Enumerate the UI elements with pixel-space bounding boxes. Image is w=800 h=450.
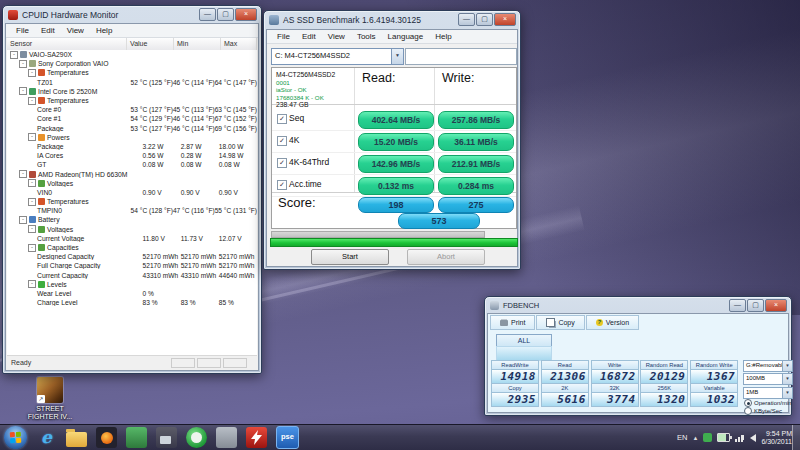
sensor-row[interactable]: -Sony Corporation VAIO [7,59,257,68]
hwmon-menu-help[interactable]: Help [90,26,118,35]
sensor-row[interactable]: Core #053 °C (127 °F)45 °C (113 °F)63 °C… [7,105,257,114]
clock[interactable]: 9:54 PM 6/30/2011 [761,430,792,446]
radio-selected-icon[interactable] [744,399,752,407]
start-button[interactable]: Start [311,249,389,265]
battery-icon[interactable] [717,433,730,442]
language-indicator[interactable]: EN [677,433,687,442]
sensor-row[interactable]: -Levels [7,280,257,289]
sensor-row[interactable]: -Battery [7,215,257,224]
sensor-row[interactable]: -Intel Core i5 2520M [7,87,257,96]
tree-collapse-icon[interactable]: - [28,280,36,288]
tree-collapse-icon[interactable]: - [28,133,36,141]
start-button[interactable] [4,426,27,449]
sensor-row[interactable]: TZ0152 °C (125 °F)46 °C (114 °F)64 °C (1… [7,78,257,87]
chevron-down-icon[interactable]: ▼ [391,49,403,64]
hwmon-menu-file[interactable]: File [10,26,35,35]
storage-app-icon[interactable] [216,427,237,448]
tree-collapse-icon[interactable]: - [28,198,36,206]
sensor-row[interactable]: -Capacities [7,243,257,252]
fdbench-minimize-button[interactable]: — [729,299,746,312]
radio-operation-min[interactable]: Operation/min [744,399,792,407]
column-max[interactable]: Max [221,38,257,50]
asssd-menu-edit[interactable]: Edit [296,32,322,41]
column-value[interactable]: Value [127,38,174,50]
show-hidden-icons-button[interactable]: ▲ [692,435,698,441]
test-checkbox[interactable]: ✓ [277,114,287,124]
tree-collapse-icon[interactable]: - [28,244,36,252]
tree-collapse-icon[interactable]: - [19,87,27,95]
media-player-icon[interactable] [96,427,117,448]
sensor-row[interactable]: -AMD Radeon(TM) HD 6630M [7,169,257,178]
sensor-tree[interactable]: -VAIO-SA290X-Sony Corporation VAIO-Tempe… [7,50,257,355]
drive-dropdown[interactable]: G:#Removable▼ [743,360,793,372]
asssd-menu-language[interactable]: Language [382,32,430,41]
hwmon-menu-edit[interactable]: Edit [35,26,61,35]
sensor-row[interactable]: -Voltages [7,225,257,234]
media-center-icon[interactable] [126,427,147,448]
column-min[interactable]: Min [174,38,221,50]
tree-collapse-icon[interactable]: - [10,51,18,59]
tree-collapse-icon[interactable]: - [28,179,36,187]
print-button[interactable]: Print [490,315,535,330]
radio-kbyte-sec[interactable]: KByte/Sec [744,407,782,415]
test-checkbox[interactable]: ✓ [277,180,287,190]
sensor-row[interactable]: TMPIN054 °C (128 °F)47 °C (116 °F)55 °C … [7,206,257,215]
asssd-menu-view[interactable]: View [322,32,351,41]
copy-button[interactable]: Copy [536,315,584,330]
display-device-icon[interactable] [156,427,177,448]
explorer-folder-icon[interactable] [66,432,87,447]
version-button[interactable]: ?Version [586,315,639,330]
sensor-row[interactable]: -Powers [7,133,257,142]
hwmon-close-button[interactable]: × [235,8,257,21]
sensor-row[interactable]: -Temperatures [7,96,257,105]
tree-collapse-icon[interactable]: - [19,170,27,178]
tree-collapse-icon[interactable]: - [19,216,27,224]
hwmon-minimize-button[interactable]: — [199,8,216,21]
abort-button[interactable]: Abort [407,249,485,265]
asssd-maximize-button[interactable]: ▢ [476,13,493,26]
photoshop-elements-icon[interactable]: pse [276,426,299,449]
asssd-menu-help[interactable]: Help [429,32,457,41]
speaker-icon[interactable] [750,434,756,442]
tree-collapse-icon[interactable]: - [19,60,27,68]
tray-utility-icon[interactable] [703,433,712,442]
drive-select-combobox[interactable]: C: M4-CT256M4SSD2 ▼ [271,48,404,65]
sensor-row[interactable]: -Voltages [7,179,257,188]
chevron-down-icon[interactable]: ▼ [782,374,792,384]
sensor-row[interactable]: -VAIO-SA290X [7,50,257,59]
secondary-combobox[interactable] [405,48,517,65]
asssd-menu-file[interactable]: File [271,32,296,41]
chevron-down-icon[interactable]: ▼ [782,388,792,398]
radio-unselected-icon[interactable] [744,407,752,415]
sensor-row[interactable]: VIN00.90 V0.90 V0.90 V [7,188,257,197]
sensor-row[interactable]: GT0.08 W0.08 W0.08 W [7,160,257,169]
asssd-menu-tools[interactable]: Tools [351,32,382,41]
sensor-row[interactable]: Core #154 °C (129 °F)46 °C (114 °F)67 °C… [7,114,257,123]
sensor-row[interactable]: -Temperatures [7,68,257,77]
internet-explorer-icon[interactable]: e [36,427,57,448]
sensor-row[interactable]: IA Cores0.56 W0.28 W14.98 W [7,151,257,160]
hwmon-menu-view[interactable]: View [61,26,90,35]
tree-collapse-icon[interactable]: - [28,225,36,233]
blocksize-dropdown[interactable]: 1MB▼ [743,387,793,399]
column-sensor[interactable]: Sensor [7,38,127,50]
sensor-row[interactable]: Current Capacity43310 mWh43310 mWh44640 … [7,271,257,280]
test-checkbox[interactable]: ✓ [277,158,287,168]
sensor-row[interactable]: Designed Capacity52170 mWh52170 mWh52170… [7,252,257,261]
sensor-row[interactable]: Package53 °C (127 °F)46 °C (114 °F)69 °C… [7,124,257,133]
sensor-row[interactable]: Wear Level0 % [7,289,257,298]
hwmonitor-taskbar-icon[interactable] [246,427,267,448]
fdbench-close-button[interactable]: × [765,299,787,312]
tree-collapse-icon[interactable]: - [28,97,36,105]
filesize-dropdown[interactable]: 100MB▼ [743,373,793,385]
timer-app-icon[interactable] [186,427,207,448]
sensor-row[interactable]: Charge Level83 %83 %85 % [7,298,257,307]
hwmon-maximize-button[interactable]: ▢ [217,8,234,21]
sensor-row[interactable]: Full Charge Capacity52170 mWh52170 mWh52… [7,261,257,270]
asssd-close-button[interactable]: × [494,13,516,26]
show-desktop-button[interactable] [792,425,800,450]
chevron-down-icon[interactable]: ▼ [782,361,792,371]
sensor-row[interactable]: -Temperatures [7,197,257,206]
sensor-row[interactable]: Package3.22 W2.87 W18.00 W [7,142,257,151]
tree-collapse-icon[interactable]: - [28,69,36,77]
